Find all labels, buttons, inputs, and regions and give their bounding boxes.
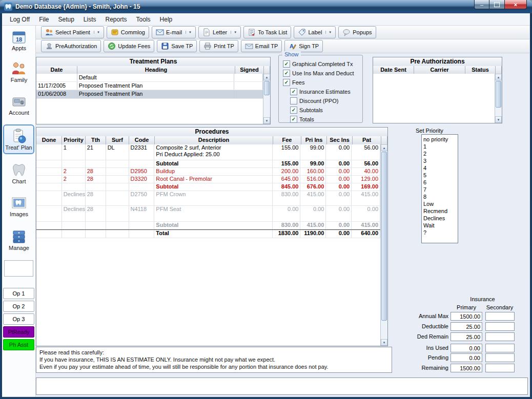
sign-tp-button[interactable]: A Sign TP [284, 40, 323, 52]
treatment-plan-row[interactable]: Default [36, 74, 263, 82]
priority-option[interactable]: 7 [422, 186, 458, 193]
scroll-track[interactable] [381, 151, 387, 339]
letter-button[interactable]: Letter ▼ [198, 26, 241, 38]
annual-max-secondary-field[interactable] [485, 312, 515, 321]
dropdown-arrow-icon[interactable]: ▼ [186, 31, 192, 34]
menu-file[interactable]: File [34, 14, 53, 25]
procedures-scrollbar[interactable]: ▲ ▼ [380, 144, 387, 346]
checkbox-insurance-estimates[interactable]: ✓ Insurance Estimates [290, 88, 362, 95]
priority-option[interactable]: Recmend [422, 207, 458, 215]
preauthorization-button[interactable]: PreAuthorization [41, 40, 101, 52]
pre-authorizations-scrollbar[interactable]: ▲ ▼ [495, 74, 502, 123]
checkbox-use-ins-max-and-deduct[interactable]: ✓ Use Ins Max and Deduct [283, 70, 362, 77]
status-ph-asst-button[interactable]: Ph Asst [3, 339, 34, 350]
checkbox-icon[interactable]: ✓ [283, 70, 290, 77]
scroll-track[interactable] [495, 80, 502, 116]
checkbox-subtotals[interactable]: ✓ Subtotals [290, 107, 362, 114]
deductible-primary-field[interactable]: 25.00 [451, 322, 482, 331]
scroll-down-icon[interactable]: ▼ [263, 117, 270, 124]
menu-reports[interactable]: Reports [101, 14, 132, 25]
commlog-button[interactable]: Commlog [107, 26, 149, 38]
menu-help[interactable]: Help [155, 14, 177, 25]
sidebar-item-treat-plan[interactable]: Treat' Plan [3, 124, 34, 154]
priority-option[interactable]: 4 [422, 164, 458, 172]
sidebar-item-manage[interactable]: Manage [2, 228, 36, 251]
set-priority-listbox[interactable]: no priority 1 2 3 4 5 6 7 8 Low Recmend … [421, 134, 458, 243]
checkbox-icon[interactable]: ✓ [290, 88, 297, 95]
menu-log-off[interactable]: Log Off [5, 14, 34, 25]
op-2-button[interactable]: Op 2 [3, 301, 34, 312]
priority-option[interactable]: 5 [422, 172, 458, 179]
op-1-button[interactable]: Op 1 [3, 288, 34, 299]
priority-option[interactable]: Declines [422, 215, 458, 222]
sidebar-item-account[interactable]: $ Account [2, 93, 36, 116]
op-3-button[interactable]: Op 3 [3, 313, 34, 325]
procedure-row[interactable]: 2 28 D2950 Buildup 200.00 160.00 0.00 40… [36, 168, 380, 176]
procedure-row[interactable]: 1 21 DL D2331 Composite 2 surf, Anterior… [36, 144, 380, 160]
treatment-plan-row-selected[interactable]: 01/06/2008 Proposed Treatment Plan [36, 90, 263, 99]
checkbox-icon[interactable]: ✓ [290, 107, 297, 114]
treatment-plan-row[interactable]: 11/17/2005 Proposed Treatment Plan [36, 82, 263, 90]
dropdown-arrow-icon[interactable]: ▼ [231, 31, 237, 34]
sidebar-item-appts[interactable]: 18 Appts [2, 29, 36, 52]
ded-remain-primary-field[interactable]: 25.00 [451, 332, 482, 341]
scroll-track[interactable] [263, 80, 270, 117]
ins-used-secondary-field[interactable] [485, 344, 515, 352]
priority-option[interactable]: 3 [422, 157, 458, 164]
ded-remain-secondary-field[interactable] [485, 332, 515, 341]
sidebar-item-images[interactable]: Images [2, 195, 36, 218]
dropdown-arrow-icon[interactable]: ▼ [94, 31, 100, 34]
scroll-up-icon[interactable]: ▲ [495, 74, 502, 80]
priority-option[interactable]: Wait [422, 222, 458, 229]
priority-option[interactable]: 1 [422, 143, 458, 150]
checkbox-fees[interactable]: ✓ Fees [283, 79, 362, 86]
pending-secondary-field[interactable] [485, 353, 515, 362]
bottom-note-area[interactable] [36, 377, 528, 395]
deductible-secondary-field[interactable] [485, 322, 515, 331]
scroll-up-icon[interactable]: ▲ [381, 144, 387, 151]
checkbox-graphical-completed-tx[interactable]: ✓ Graphical Completed Tx [283, 60, 362, 68]
save-tp-button[interactable]: Save TP [157, 40, 197, 52]
menu-lists[interactable]: Lists [79, 14, 101, 25]
procedure-row[interactable]: 2 28 D3320 Root Canal - Premolar 645.00 … [36, 176, 380, 183]
checkbox-icon[interactable]: ✓ [290, 116, 297, 123]
print-tp-button[interactable]: Print TP [199, 40, 238, 52]
update-fees-button[interactable]: Update Fees [104, 40, 154, 52]
menu-setup[interactable]: Setup [53, 14, 78, 25]
priority-option[interactable]: ? [422, 229, 458, 236]
procedure-row[interactable]: Declines 28 N4118 PFM Seat 0.00 0.00 0.0… [36, 206, 380, 222]
pre-authorizations-empty-list[interactable] [373, 74, 495, 123]
remaining-secondary-field[interactable] [485, 364, 515, 372]
priority-option[interactable]: 8 [422, 193, 458, 200]
menu-tools[interactable]: Tools [132, 14, 155, 25]
popups-button[interactable]: Popups [338, 26, 376, 38]
priority-option[interactable]: no priority [422, 136, 458, 143]
pending-primary-field[interactable]: 0.00 [451, 353, 482, 362]
scroll-thumb[interactable] [381, 152, 387, 321]
annual-max-primary-field[interactable]: 1500.00 [451, 312, 482, 321]
sidebar-item-family[interactable]: Family [2, 60, 36, 83]
priority-option[interactable]: Low [422, 200, 458, 207]
label-button[interactable]: Label ▼ [294, 26, 336, 38]
titlebar[interactable]: Demo Database {Admin} - Smith, John - 15 [0, 0, 532, 13]
ins-used-primary-field[interactable]: 0.00 [451, 344, 482, 352]
remaining-primary-field[interactable]: 1500.00 [451, 364, 482, 372]
dropdown-arrow-icon[interactable]: ▼ [325, 31, 332, 34]
checkbox-icon[interactable]: ✓ [283, 60, 290, 68]
scroll-down-icon[interactable]: ▼ [381, 339, 387, 346]
sidebar-item-chart[interactable]: Chart [2, 162, 36, 185]
status-ptready-button[interactable]: PtReady [3, 326, 34, 338]
maximize-button[interactable] [489, 0, 504, 9]
priority-option[interactable]: 2 [422, 150, 458, 157]
select-patient-button[interactable]: Select Patient ▼ [41, 26, 104, 38]
email-tp-button[interactable]: Email TP [241, 40, 282, 52]
checkbox-icon[interactable] [290, 97, 297, 104]
minimize-button[interactable]: – [474, 0, 489, 9]
checkbox-discount-ppo[interactable]: Discount (PPO) [290, 97, 362, 104]
email-button[interactable]: E-mail ▼ [152, 26, 196, 38]
close-button[interactable]: × [504, 0, 527, 9]
priority-option[interactable]: 6 [422, 179, 458, 186]
scroll-up-icon[interactable]: ▲ [263, 74, 270, 80]
checkbox-totals[interactable]: ✓ Totals [290, 116, 362, 123]
treatment-plans-scrollbar[interactable]: ▲ ▼ [263, 74, 270, 124]
